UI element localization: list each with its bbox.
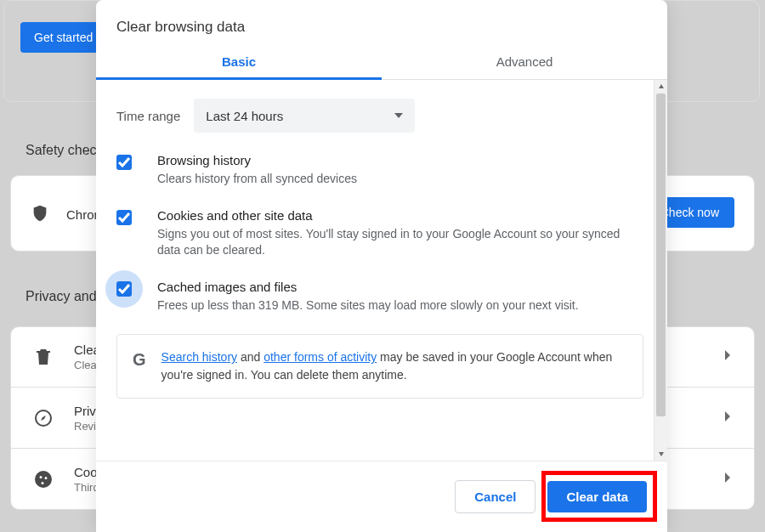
get-started-button[interactable]: Get started (20, 22, 106, 53)
option-cached: Cached images and files Frees up less th… (116, 280, 643, 314)
scroll-up-button[interactable] (654, 80, 667, 93)
cookie-icon (33, 469, 54, 490)
option-title: Cookies and other site data (157, 208, 643, 223)
trash-icon (33, 347, 54, 367)
option-title: Cached images and files (157, 280, 643, 294)
option-browsing-history: Browsing history Clears history from all… (116, 153, 643, 188)
tab-basic[interactable]: Basic (96, 44, 382, 79)
checkbox-browsing-history[interactable] (116, 155, 132, 170)
tab-advanced[interactable]: Advanced (382, 44, 667, 79)
option-cookies: Cookies and other site data Signs you ou… (116, 208, 643, 259)
time-range-value: Last 24 hours (206, 109, 283, 123)
link-other-activity[interactable]: other forms of activity (264, 350, 377, 364)
time-range-select[interactable]: Last 24 hours (194, 99, 415, 133)
dialog-title: Clear browsing data (96, 0, 667, 44)
compass-icon (33, 408, 54, 428)
cancel-button[interactable]: Cancel (455, 480, 536, 513)
scrollbar-thumb[interactable] (656, 93, 666, 416)
option-sub: Signs you out of most sites. You'll stay… (157, 226, 643, 259)
clear-data-button[interactable]: Clear data (547, 481, 647, 512)
google-account-info-card: G Search history and other forms of acti… (116, 334, 643, 399)
scrollbar-track[interactable] (654, 93, 667, 447)
safety-check-heading: Safety check (26, 143, 104, 158)
chevron-down-icon (394, 113, 403, 118)
google-g-icon: G (133, 350, 146, 370)
chevron-right-icon (723, 410, 732, 426)
shield-icon (31, 204, 49, 226)
vertical-scrollbar[interactable] (654, 80, 667, 461)
time-range-label: Time range (116, 109, 180, 123)
dialog-footer: Cancel Clear data (96, 461, 667, 532)
option-sub: Clears history from all synced devices (157, 171, 643, 188)
chevron-right-icon (723, 349, 732, 365)
info-mid: and (237, 350, 264, 364)
dialog-tabs: Basic Advanced (96, 44, 667, 80)
dialog-scroll-area: Time range Last 24 hours Browsing histor… (96, 80, 667, 461)
checkbox-cookies[interactable] (116, 210, 132, 225)
chevron-right-icon (723, 472, 732, 487)
clear-browsing-data-dialog: Clear browsing data Basic Advanced Time … (96, 0, 667, 532)
info-text: Search history and other forms of activi… (162, 348, 627, 384)
scroll-down-button[interactable] (654, 447, 667, 461)
link-search-history[interactable]: Search history (162, 350, 237, 364)
option-sub: Frees up less than 319 MB. Some sites ma… (157, 297, 643, 314)
option-title: Browsing history (157, 153, 643, 167)
checkbox-cached[interactable] (116, 281, 132, 297)
